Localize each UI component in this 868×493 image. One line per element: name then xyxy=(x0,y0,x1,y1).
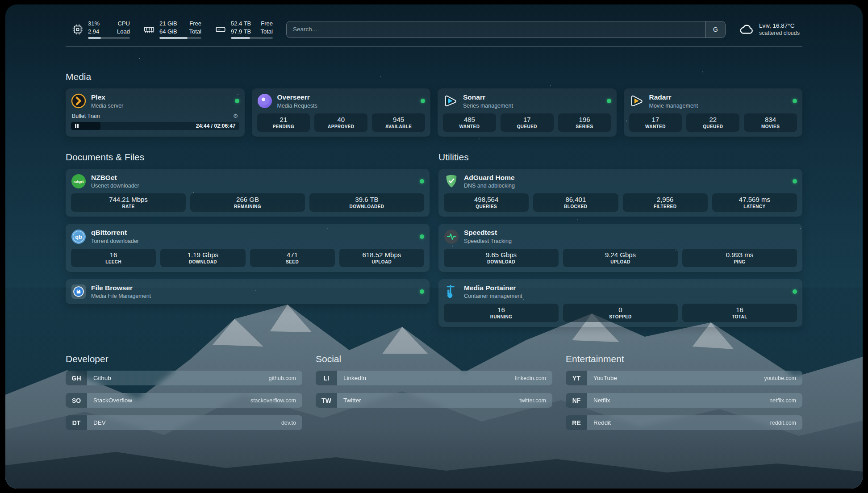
weather-condition: scattered clouds xyxy=(759,30,800,36)
bookmark-url: netflix.com xyxy=(769,397,796,404)
bookmark-name: Github xyxy=(93,375,111,381)
bookmark-abbr: NF xyxy=(566,393,587,408)
service-name: NZBGet xyxy=(91,174,139,182)
disk-total-value: 97.9 TB xyxy=(231,28,251,36)
gear-icon[interactable]: ⚙ xyxy=(233,113,238,119)
pause-icon xyxy=(75,124,79,128)
bookmark-group-entertainment: Entertainment YT YouTube youtube.com NF … xyxy=(566,354,802,438)
bookmark-name: StackOverflow xyxy=(93,397,132,404)
stat-queued: 17QUEUED xyxy=(501,113,554,132)
disk-icon xyxy=(215,24,226,35)
service-card-nzbget[interactable]: nzbget NZBGet Usenet downloader 744.21 M… xyxy=(66,169,430,217)
disk-widget: 52.4 TB 97.9 TB Free Total xyxy=(215,20,273,39)
stat-total: 16TOTAL xyxy=(682,304,797,322)
utilities-column: Utilities AdGuard Home DNS and adblockin… xyxy=(438,152,802,327)
stat-downloaded: 39.6 TBDOWNLOADED xyxy=(309,193,424,212)
bookmark-group-social: Social LI LinkedIn linkedin.com TW Twitt… xyxy=(316,354,552,438)
cpu-icon xyxy=(72,24,83,35)
memory-icon xyxy=(143,24,155,35)
bookmark-name: LinkedIn xyxy=(343,375,366,381)
service-card-adguard[interactable]: AdGuard Home DNS and adblocking 498,564Q… xyxy=(438,169,802,217)
service-description: Movie management xyxy=(649,103,698,109)
bookmark-twitter[interactable]: TW Twitter twitter.com xyxy=(316,393,552,408)
sonarr-icon xyxy=(443,93,458,109)
stat-ping: 0.993 msPING xyxy=(682,249,797,267)
status-dot xyxy=(420,234,424,239)
bookmark-github[interactable]: GH Github github.com xyxy=(66,371,302,385)
bookmark-abbr: SO xyxy=(66,393,87,408)
service-card-portainer[interactable]: Media Portainer Container management 16R… xyxy=(438,279,802,327)
stat-download: 9.65 GbpsDOWNLOAD xyxy=(444,249,559,267)
bookmark-abbr: LI xyxy=(316,371,337,385)
service-name: File Browser xyxy=(91,284,151,292)
search-input[interactable] xyxy=(287,21,705,38)
bookmark-url: twitter.com xyxy=(519,397,546,404)
section-title-media: Media xyxy=(66,71,802,82)
playback-progress-bar: 24:44 / 02:06:47 xyxy=(71,122,239,130)
bookmark-url: reddit.com xyxy=(770,420,796,426)
documents-column: Documents & Files nzbget NZBGet Usenet d… xyxy=(66,152,430,327)
bookmark-linkedin[interactable]: LI LinkedIn linkedin.com xyxy=(316,371,552,385)
speedtest-icon xyxy=(444,229,459,244)
status-dot xyxy=(607,99,611,103)
service-card-plex[interactable]: Plex Media server Bullet Train ⚙ xyxy=(66,88,245,137)
section-title-documents: Documents & Files xyxy=(66,152,430,163)
bookmark-reddit[interactable]: RE Reddit reddit.com xyxy=(566,415,802,430)
service-description: Media File Management xyxy=(91,293,151,299)
cpu-usage-value: 31% xyxy=(88,20,100,28)
memory-total-value: 64 GiB xyxy=(159,28,177,36)
resource-widgets: 31% 2.94 CPU Load xyxy=(72,20,273,39)
service-description: Container management xyxy=(464,293,522,299)
service-card-overseerr[interactable]: Overseerr Media Requests 21PENDING 40APP… xyxy=(252,88,431,137)
stat-latency: 47.569 msLATENCY xyxy=(712,193,797,212)
bookmark-dev[interactable]: DT DEV dev.to xyxy=(66,415,302,430)
service-card-filebrowser[interactable]: File Browser Media File Management xyxy=(66,279,430,305)
overseerr-icon xyxy=(257,93,272,109)
service-card-qbittorrent[interactable]: qb qBittorrent Torrent downloader 16LEEC… xyxy=(66,224,430,272)
stat-rate: 744.21 MbpsRATE xyxy=(71,193,186,212)
stat-approved: 40APPROVED xyxy=(314,113,367,132)
service-card-radarr[interactable]: Radarr Movie management 17WANTED 22QUEUE… xyxy=(624,88,803,137)
stat-upload: 9.24 GbpsUPLOAD xyxy=(563,249,678,267)
service-description: Torrent downloader xyxy=(91,238,139,244)
nzbget-icon: nzbget xyxy=(71,174,86,189)
portainer-icon xyxy=(444,284,459,299)
service-name: qBittorrent xyxy=(91,229,139,237)
top-bar: 31% 2.94 CPU Load xyxy=(66,20,802,39)
stat-upload: 618.52 MbpsUPLOAD xyxy=(339,249,424,267)
stat-wanted: 17WANTED xyxy=(629,113,682,132)
memory-free-value: 21 GiB xyxy=(159,20,177,28)
cpu-load-label: Load xyxy=(117,28,130,36)
service-description: Series management xyxy=(463,103,513,109)
disk-free-value: 52.4 TB xyxy=(231,20,251,28)
now-playing-title: Bullet Train xyxy=(72,113,100,119)
search-provider-button[interactable]: G xyxy=(705,21,725,38)
disk-progress-track xyxy=(231,37,273,39)
service-description: Speedtest Tracking xyxy=(464,238,512,244)
bookmark-group-developer: Developer GH Github github.com SO StackO… xyxy=(66,354,302,438)
bookmark-netflix[interactable]: NF Netflix netflix.com xyxy=(566,393,802,408)
cpu-usage-label: CPU xyxy=(117,20,130,28)
bookmark-url: github.com xyxy=(269,375,296,381)
disk-progress-fill xyxy=(231,37,250,39)
plex-now-playing: Bullet Train ⚙ 24:44 / 02:06:47 xyxy=(71,113,239,130)
service-description: Media server xyxy=(91,103,123,109)
stat-pending: 21PENDING xyxy=(257,113,310,132)
plex-icon xyxy=(71,93,86,109)
service-description: Media Requests xyxy=(277,103,317,109)
bookmark-youtube[interactable]: YT YouTube youtube.com xyxy=(566,371,802,385)
service-card-sonarr[interactable]: Sonarr Series management 485WANTED 17QUE… xyxy=(438,88,617,137)
stat-filtered: 2,956FILTERED xyxy=(623,193,708,212)
stat-wanted: 485WANTED xyxy=(443,113,496,132)
bookmark-url: youtube.com xyxy=(764,375,796,381)
bookmark-stackoverflow[interactable]: SO StackOverflow stackoverflow.com xyxy=(66,393,302,408)
service-card-speedtest[interactable]: Speedtest Speedtest Tracking 9.65 GbpsDO… xyxy=(438,224,802,272)
disk-free-label: Free xyxy=(261,20,273,28)
section-title-developer: Developer xyxy=(66,354,302,364)
weather-widget[interactable]: Lviv, 16.87°C scattered clouds xyxy=(739,22,800,37)
status-dot xyxy=(793,289,797,294)
cpu-load-value: 2.94 xyxy=(88,28,100,36)
bookmark-name: Reddit xyxy=(593,419,611,426)
memory-widget: 21 GiB 64 GiB Free Total xyxy=(143,20,201,39)
bookmark-abbr: DT xyxy=(66,415,87,430)
